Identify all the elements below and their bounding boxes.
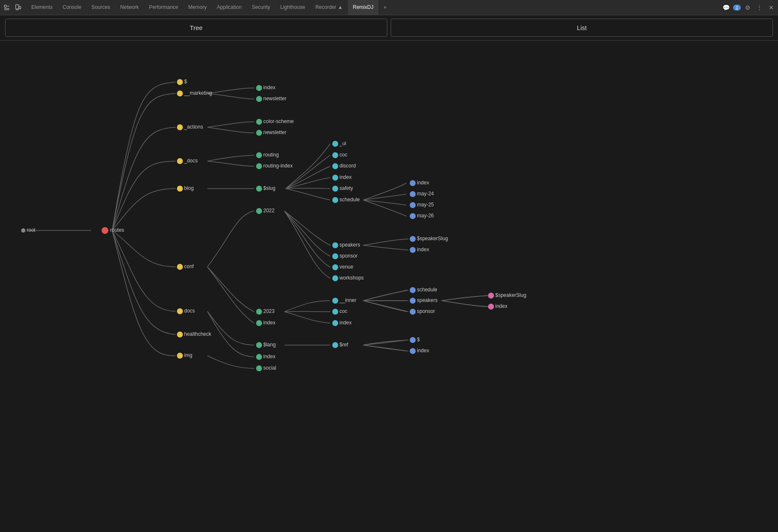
svg-rect-0 — [4, 5, 6, 7]
node-docs-route[interactable] — [177, 158, 183, 164]
node-2023-inner[interactable] — [332, 298, 338, 304]
node-ref-index[interactable] — [410, 348, 416, 354]
node-slug-coc[interactable] — [332, 152, 338, 158]
node-schedule-may26[interactable] — [410, 213, 416, 219]
panel-headers: Tree List — [0, 15, 778, 41]
label-docs-lang: $lang — [263, 342, 276, 348]
tree-panel-header: Tree — [5, 19, 387, 37]
label-conf: conf — [184, 263, 194, 269]
node-docs-routing[interactable] — [256, 152, 262, 158]
node-slug-ui[interactable] — [332, 141, 338, 147]
tab-network[interactable]: Network — [115, 0, 144, 15]
tab-memory[interactable]: Memory — [183, 0, 212, 15]
node-inner-sponsor[interactable] — [410, 309, 416, 315]
tab-elements[interactable]: Elements — [26, 0, 58, 15]
label-routes: routes — [110, 227, 124, 233]
label-docs-routing: routing — [263, 152, 279, 158]
tab-security[interactable]: Security — [247, 0, 275, 15]
node-lang-ref[interactable] — [332, 342, 338, 348]
label-slug-coc: coc — [339, 152, 348, 158]
tab-performance[interactable]: Performance — [144, 0, 183, 15]
settings-icon[interactable]: ⚙ — [742, 3, 753, 13]
svg-rect-4 — [16, 5, 19, 9]
toolbar-right: 💬 1 ⚙ ⋮ ✕ — [721, 3, 776, 13]
label-conf-2022: 2022 — [263, 208, 275, 214]
node-routes[interactable] — [102, 227, 108, 234]
node-blog-slug[interactable] — [256, 186, 262, 192]
node-schedule-may24[interactable] — [410, 191, 416, 197]
tree-label: Tree — [190, 24, 202, 31]
label-conf-index: index — [263, 320, 276, 326]
tree-svg: .edge { stroke: #666; stroke-width: 1.5;… — [0, 41, 778, 525]
label-actions: _actions — [184, 124, 203, 130]
node-schedule-index[interactable] — [410, 180, 416, 186]
more-icon[interactable]: ⋮ — [754, 3, 764, 13]
label-root: root — [27, 227, 36, 233]
node-2022-speakers[interactable] — [332, 242, 338, 248]
label-2023-inner: __inner — [339, 297, 356, 303]
node-2022-speaker-index[interactable] — [410, 247, 416, 253]
message-icon[interactable]: 💬 — [721, 3, 731, 13]
node-inner-schedule[interactable] — [410, 287, 416, 293]
tab-more[interactable]: » — [378, 0, 392, 15]
node-marketing-newsletter[interactable] — [256, 96, 262, 102]
label-actions-newsletter: newsletter — [263, 129, 287, 135]
node-docs[interactable] — [177, 308, 183, 314]
label-ref-dollar: $ — [417, 337, 420, 343]
node-marketing-index[interactable] — [256, 85, 262, 91]
tab-lighthouse[interactable]: Lighthouse — [275, 0, 310, 15]
tab-console[interactable]: Console — [58, 0, 86, 15]
node-conf-2022[interactable] — [256, 208, 262, 214]
node-docs-lang[interactable] — [256, 342, 262, 348]
node-slug-schedule[interactable] — [332, 197, 338, 203]
node-2023-coc[interactable] — [332, 309, 338, 315]
node-marketing[interactable] — [177, 90, 183, 96]
close-icon[interactable]: ✕ — [766, 3, 776, 13]
node-slug-discord[interactable] — [332, 163, 338, 169]
tab-remixdj[interactable]: RemixDJ — [348, 0, 379, 15]
devtools-toolbar: Elements Console Sources Network Perform… — [0, 0, 778, 15]
node-docs-routing-index[interactable] — [256, 163, 262, 169]
label-schedule-may24: may-24 — [417, 191, 434, 197]
label-slug-schedule: schedule — [339, 197, 360, 203]
tab-recorder[interactable]: Recorder ▲ — [310, 0, 348, 15]
node-healthcheck[interactable] — [177, 332, 183, 337]
node-conf-2023[interactable] — [256, 309, 262, 315]
label-healthcheck: healthcheck — [184, 331, 212, 337]
node-2022-workshops[interactable] — [332, 275, 338, 281]
node-actions-color-scheme[interactable] — [256, 119, 262, 125]
toolbar-icons — [2, 3, 23, 13]
label-docs-index: index — [263, 354, 276, 359]
node-schedule-may25[interactable] — [410, 202, 416, 208]
device-icon[interactable] — [13, 3, 23, 13]
label-2022-sponsor: sponsor — [339, 253, 358, 259]
node-conf[interactable] — [177, 264, 183, 270]
tab-sources[interactable]: Sources — [86, 0, 115, 15]
node-docs-index[interactable] — [256, 354, 262, 360]
label-blog: blog — [184, 185, 194, 191]
node-ref-dollar[interactable] — [410, 337, 416, 343]
node-slug-index[interactable] — [332, 175, 338, 181]
label-actions-color-scheme: color-scheme — [263, 118, 294, 124]
label-docs-route: _docs — [184, 158, 198, 164]
node-conf-index[interactable] — [256, 320, 262, 326]
node-actions-newsletter[interactable] — [256, 130, 262, 136]
node-img[interactable] — [177, 353, 183, 359]
node-2022-venue[interactable] — [332, 264, 338, 270]
node-blog[interactable] — [177, 186, 183, 192]
tab-application[interactable]: Application — [212, 0, 247, 15]
node-slug-safety[interactable] — [332, 186, 338, 192]
node-2023-index[interactable] — [332, 320, 338, 326]
inspect-icon[interactable] — [2, 3, 12, 13]
node-root[interactable] — [21, 228, 25, 233]
node-inner-speaker-index[interactable] — [488, 304, 494, 310]
node-img-social[interactable] — [256, 365, 262, 371]
node-2022-sponsor[interactable] — [332, 253, 338, 259]
node-actions[interactable] — [177, 124, 183, 130]
node-2022-speakerslug[interactable] — [410, 236, 416, 242]
node-inner-speakerslug[interactable] — [488, 293, 494, 299]
node-inner-speakers[interactable] — [410, 298, 416, 304]
label-marketing: __marketing — [184, 90, 212, 96]
label-lang-ref: $ref — [339, 342, 348, 348]
node-dollar[interactable] — [177, 79, 183, 85]
